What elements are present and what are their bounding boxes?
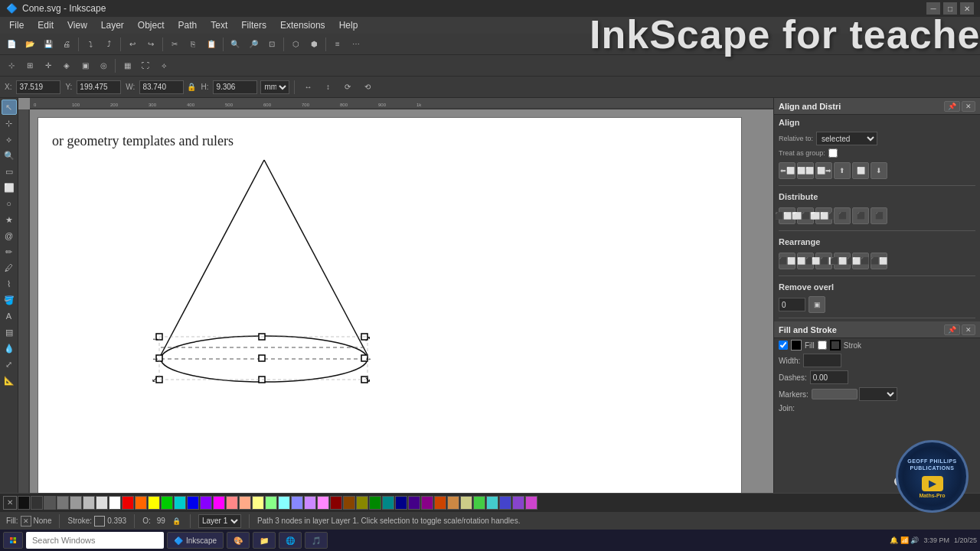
swatch-cyan[interactable] bbox=[174, 496, 186, 510]
tb-new[interactable]: 📄 bbox=[3, 36, 20, 53]
markers-end-select[interactable] bbox=[859, 387, 897, 401]
swatch-darkgray[interactable] bbox=[31, 496, 43, 510]
swatch-khaki[interactable] bbox=[460, 496, 472, 510]
fill-stroke-close[interactable]: ✕ bbox=[962, 324, 975, 335]
tool-text[interactable]: A bbox=[2, 308, 17, 324]
tb-paste[interactable]: 📋 bbox=[203, 36, 220, 53]
swatch-magenta[interactable] bbox=[213, 496, 225, 510]
layer-select[interactable]: Layer 1 bbox=[198, 514, 241, 528]
swatch-green[interactable] bbox=[161, 496, 173, 510]
align-relative-select[interactable]: selected page drawing first selected las… bbox=[816, 132, 877, 145]
markers-start[interactable] bbox=[812, 389, 858, 399]
menu-edit[interactable]: Edit bbox=[31, 18, 60, 32]
canvas-area[interactable]: 0 100 200 300 400 500 600 700 800 900 1k bbox=[18, 98, 773, 511]
distribute-top[interactable]: ⬛ bbox=[834, 207, 851, 224]
swatch-gray3[interactable] bbox=[70, 496, 82, 510]
swatch-verylightgray[interactable] bbox=[96, 496, 108, 510]
swatch-lightgray[interactable] bbox=[83, 496, 95, 510]
tb-zoom-out[interactable]: 🔎 bbox=[245, 36, 262, 53]
tb-redo[interactable]: ↪ bbox=[142, 36, 159, 53]
tool-measure[interactable]: 📐 bbox=[2, 373, 17, 388]
align-center-v[interactable]: ⬜⬜ bbox=[797, 162, 814, 179]
swatch-orange[interactable] bbox=[135, 496, 147, 510]
taskbar-btn-2[interactable]: 🎨 bbox=[227, 532, 250, 549]
tb-group[interactable]: ⬡ bbox=[287, 36, 304, 53]
tb-open[interactable]: 📂 bbox=[21, 36, 38, 53]
unit-select[interactable]: mm px cm in bbox=[260, 80, 289, 94]
tb-snap-node[interactable]: ◈ bbox=[58, 57, 75, 74]
tool-eyedropper[interactable]: 💧 bbox=[2, 341, 17, 356]
rearrange-6[interactable]: ⬛⬜ bbox=[871, 253, 887, 269]
start-button[interactable] bbox=[3, 532, 23, 549]
rearrange-5[interactable]: ⬜⬛ bbox=[852, 253, 869, 269]
tb-align[interactable]: ≡ bbox=[329, 36, 346, 53]
tb-zoom-fit[interactable]: ⊡ bbox=[263, 36, 280, 53]
tb-cut[interactable]: ✂ bbox=[166, 36, 183, 53]
tool-zoom[interactable]: 🔍 bbox=[2, 148, 17, 163]
taskbar-inkscape[interactable]: 🔷 Inkscape bbox=[167, 532, 224, 549]
swatch-lightcyan[interactable] bbox=[278, 496, 290, 510]
rearrange-4[interactable]: ⬛⬜⬛ bbox=[834, 253, 851, 269]
logo-play-button[interactable]: ▶ bbox=[922, 476, 943, 491]
tool-spiral[interactable]: @ bbox=[2, 228, 17, 243]
menu-extensions[interactable]: Extensions bbox=[274, 18, 332, 32]
menu-path[interactable]: Path bbox=[172, 18, 204, 32]
swatch-darkmagenta[interactable] bbox=[421, 496, 433, 510]
swatch-black[interactable] bbox=[18, 496, 30, 510]
tb-copy[interactable]: ⎘ bbox=[185, 36, 201, 53]
swatch-yellow[interactable] bbox=[148, 496, 160, 510]
tool-ellipse[interactable]: ○ bbox=[2, 196, 17, 211]
w-input[interactable] bbox=[139, 80, 184, 94]
tb-export[interactable]: ⤴ bbox=[100, 36, 117, 53]
swatch-lightyellow[interactable] bbox=[252, 496, 264, 510]
menu-file[interactable]: File bbox=[3, 18, 30, 32]
tb-view-mode[interactable]: ▦ bbox=[119, 57, 136, 74]
swatch-medgreen[interactable] bbox=[473, 496, 485, 510]
swatch-darkorange[interactable] bbox=[343, 496, 355, 510]
swatch-purple[interactable] bbox=[408, 496, 420, 510]
swatch-darkgreen[interactable] bbox=[369, 496, 381, 510]
swatch-violet[interactable] bbox=[200, 496, 212, 510]
x-input[interactable] bbox=[16, 80, 60, 94]
tb-transform1[interactable]: ↔ bbox=[299, 79, 316, 96]
swatch-olive[interactable] bbox=[356, 496, 368, 510]
align-left-edges[interactable]: ⬅⬜ bbox=[779, 162, 795, 179]
fill-checkbox[interactable] bbox=[779, 341, 788, 350]
menu-help[interactable]: Help bbox=[333, 18, 364, 32]
menu-filters[interactable]: Filters bbox=[235, 18, 273, 32]
swatch-white[interactable] bbox=[109, 496, 121, 510]
swatch-red[interactable] bbox=[122, 496, 134, 510]
tb-transform4[interactable]: ⟲ bbox=[359, 79, 376, 96]
swatch-teal[interactable] bbox=[382, 496, 394, 510]
align-panel-pin[interactable]: 📌 bbox=[944, 101, 960, 112]
menu-view[interactable]: View bbox=[61, 18, 93, 32]
swatch-gray1[interactable] bbox=[44, 496, 56, 510]
width-input[interactable] bbox=[803, 354, 841, 367]
tool-calligraphy[interactable]: ⌇ bbox=[2, 276, 17, 292]
tool-gradient[interactable]: ▤ bbox=[2, 324, 17, 340]
tb-fullscreen[interactable]: ⛶ bbox=[137, 57, 154, 74]
no-color-swatch[interactable]: ✕ bbox=[3, 496, 17, 510]
taskbar-search[interactable] bbox=[26, 532, 164, 549]
tool-paint-bucket[interactable]: 🪣 bbox=[2, 292, 17, 308]
tb-zoom-in[interactable]: 🔍 bbox=[227, 36, 243, 53]
tb-undo[interactable]: ↩ bbox=[124, 36, 141, 53]
swatch-tan[interactable] bbox=[447, 496, 459, 510]
menu-text[interactable]: Text bbox=[204, 18, 234, 32]
tool-connector[interactable]: ⤢ bbox=[2, 357, 17, 372]
tb-save[interactable]: 💾 bbox=[40, 36, 57, 53]
distribute-right[interactable]: ⬜⬜⬛ bbox=[815, 207, 832, 224]
align-bottom-edges[interactable]: ⬇ bbox=[871, 162, 887, 179]
taskbar-btn-3[interactable]: 📁 bbox=[253, 532, 276, 549]
opacity-lock[interactable]: 🔒 bbox=[172, 516, 182, 527]
stroke-swatch[interactable] bbox=[830, 340, 841, 350]
tool-rect[interactable]: ▭ bbox=[2, 164, 17, 179]
swatch-medpurple[interactable] bbox=[512, 496, 524, 510]
tb-snap-guide[interactable]: ✛ bbox=[40, 57, 57, 74]
swatch-lavender[interactable] bbox=[304, 496, 316, 510]
swatch-brown[interactable] bbox=[434, 496, 446, 510]
lock-icon[interactable]: 🔒 bbox=[187, 83, 196, 91]
tb-ungroup[interactable]: ⬢ bbox=[305, 36, 322, 53]
tb-snap-grid[interactable]: ⊞ bbox=[21, 57, 38, 74]
tb-transform3[interactable]: ⟳ bbox=[339, 79, 356, 96]
